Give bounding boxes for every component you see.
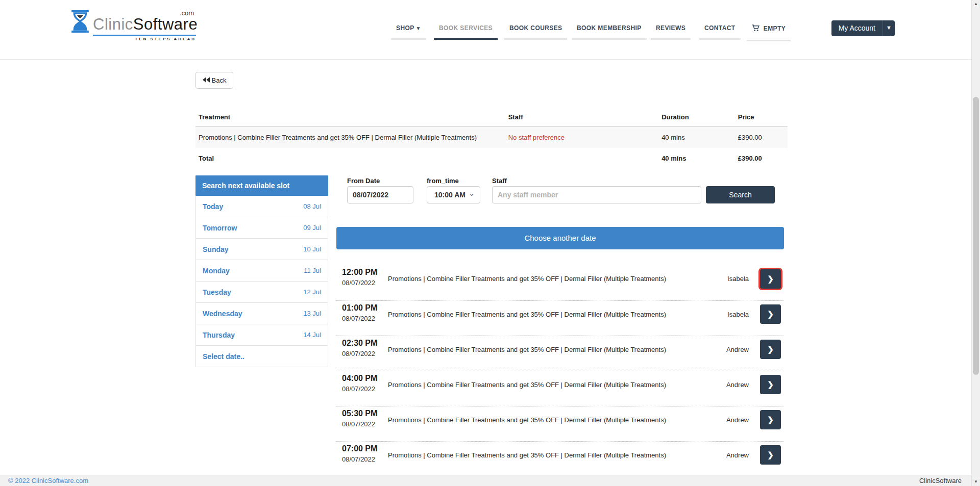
total-duration: 40 mins <box>658 148 735 168</box>
logo-underline <box>93 35 196 36</box>
chevron-right-icon: ❯ <box>767 274 774 283</box>
copyright-link[interactable]: © 2022 ClinicSoftware.com <box>8 477 88 484</box>
slot-treatment: Promotions | Combine Filler Treatments a… <box>388 275 700 283</box>
slot-time: 12:00 PM <box>342 268 388 277</box>
chevron-right-icon: ❯ <box>767 415 774 424</box>
clinicsoftware-logo[interactable]: ClinicSoftware .com TEN STEPS AHEAD <box>71 8 196 42</box>
footer: © 2022 ClinicSoftware.com ClinicSoftware <box>0 475 980 486</box>
nav-cart[interactable]: EMPTY <box>747 24 791 41</box>
back-label: Back <box>212 76 227 84</box>
hourglass-logo-icon <box>71 10 89 35</box>
rewind-icon <box>203 76 210 84</box>
chevron-down-icon: ▼ <box>416 25 421 31</box>
order-total-row: Total 40 mins £390.00 <box>195 148 788 168</box>
account-dropdown-toggle[interactable]: ▼ <box>883 20 895 36</box>
slot-row: 07:00 PM 08/07/2022 Promotions | Combine… <box>336 441 784 476</box>
slot-treatment: Promotions | Combine Filler Treatments a… <box>388 311 700 318</box>
sidebar-item-tuesday[interactable]: Tuesday 12 Jul <box>195 282 328 303</box>
book-slot-button[interactable]: ❯ <box>760 340 781 359</box>
slot-staff: Isabela <box>700 311 749 318</box>
from-date-label: From Date <box>347 177 380 185</box>
col-duration: Duration <box>658 113 735 126</box>
slot-treatment: Promotions | Combine Filler Treatments a… <box>388 381 700 389</box>
nav-shop[interactable]: SHOP▼ <box>391 24 426 40</box>
book-slot-button[interactable]: ❯ <box>760 304 781 324</box>
chevron-right-icon: ❯ <box>767 380 774 389</box>
logo-tld: .com <box>180 9 194 17</box>
book-slot-button[interactable]: ❯ <box>760 375 781 394</box>
from-date-input[interactable] <box>347 186 413 203</box>
slot-staff: Andrew <box>700 346 749 353</box>
logo-wordmark: ClinicSoftware <box>93 15 198 34</box>
slot-treatment: Promotions | Combine Filler Treatments a… <box>388 346 700 353</box>
nav-book-membership[interactable]: BOOK MEMBERSHIP <box>572 24 647 40</box>
scrollbar-thumb[interactable] <box>973 97 979 375</box>
chevron-down-icon: ⌄ <box>469 189 475 197</box>
sidebar-item-sunday[interactable]: Sunday 10 Jul <box>195 239 328 260</box>
order-row: Promotions | Combine Filler Treatments a… <box>195 126 788 148</box>
choose-another-date-button[interactable]: Choose another date <box>336 227 784 249</box>
order-price: £390.00 <box>735 126 788 148</box>
book-slot-button[interactable]: ❯ <box>760 269 781 289</box>
slot-staff: Isabela <box>700 275 749 283</box>
slot-date: 08/07/2022 <box>342 455 388 463</box>
slot-staff: Andrew <box>700 416 749 424</box>
from-time-label: from_time <box>427 177 459 185</box>
slot-date: 08/07/2022 <box>342 420 388 428</box>
staff-label: Staff <box>492 177 507 185</box>
sidebar-item-select-date[interactable]: Select date.. <box>195 346 328 367</box>
slot-treatment: Promotions | Combine Filler Treatments a… <box>388 416 700 424</box>
slot-row: 05:30 PM 08/07/2022 Promotions | Combine… <box>336 406 784 441</box>
slot-date: 08/07/2022 <box>342 279 388 287</box>
my-account-label[interactable]: My Account <box>831 20 883 36</box>
search-button[interactable]: Search <box>706 186 775 203</box>
nav-reviews[interactable]: REVIEWS <box>651 24 691 40</box>
slot-date: 08/07/2022 <box>342 315 388 322</box>
slot-time: 04:00 PM <box>342 374 388 383</box>
cart-icon <box>752 26 762 33</box>
logo-tagline: TEN STEPS AHEAD <box>135 37 196 41</box>
book-slot-button[interactable]: ❯ <box>760 445 781 465</box>
header: ClinicSoftware .com TEN STEPS AHEAD SHOP… <box>0 0 980 60</box>
slot-staff: Andrew <box>700 451 749 459</box>
scroll-up-arrow-icon[interactable]: ▲ <box>972 0 980 8</box>
slot-row: 02:30 PM 08/07/2022 Promotions | Combine… <box>336 336 784 371</box>
col-treatment: Treatment <box>195 113 505 126</box>
col-price: Price <box>735 113 788 126</box>
slot-time: 05:30 PM <box>342 409 388 418</box>
staff-input[interactable] <box>492 186 701 203</box>
nav-contact[interactable]: CONTACT <box>699 24 741 40</box>
slot-row: 01:00 PM 08/07/2022 Promotions | Combine… <box>336 300 784 336</box>
from-time-select[interactable]: 10:00 AM ⌄ <box>427 186 480 203</box>
chevron-right-icon: ❯ <box>767 345 774 353</box>
sidebar-item-monday[interactable]: Monday 11 Jul <box>195 260 328 282</box>
nav-book-services[interactable]: BOOK SERVICES <box>434 24 498 40</box>
sidebar-item-today[interactable]: Today 08 Jul <box>195 196 328 217</box>
total-price: £390.00 <box>735 148 788 168</box>
order-duration: 40 mins <box>658 126 735 148</box>
sidebar-item-thursday[interactable]: Thursday 14 Jul <box>195 324 328 346</box>
order-treatment: Promotions | Combine Filler Treatments a… <box>195 126 505 148</box>
sidebar-item-wednesday[interactable]: Wednesday 13 Jul <box>195 303 328 324</box>
slot-time: 07:00 PM <box>342 444 388 453</box>
slot-staff: Andrew <box>700 381 749 389</box>
slot-treatment: Promotions | Combine Filler Treatments a… <box>388 451 700 459</box>
chevron-down-icon: ▼ <box>886 24 892 31</box>
vertical-scrollbar[interactable]: ▲ ▼ <box>971 0 980 486</box>
slot-panel-title: Search next available slot <box>195 175 328 196</box>
back-button[interactable]: Back <box>195 72 233 89</box>
slot-row: 04:00 PM 08/07/2022 Promotions | Combine… <box>336 371 784 406</box>
slot-row: 12:00 PM 08/07/2022 Promotions | Combine… <box>336 265 784 300</box>
available-slots-list: 12:00 PM 08/07/2022 Promotions | Combine… <box>336 265 784 476</box>
order-table-header-row: Treatment Staff Duration Price <box>195 113 788 126</box>
scroll-down-arrow-icon[interactable]: ▼ <box>972 478 980 486</box>
slot-time: 01:00 PM <box>342 303 388 313</box>
my-account-button[interactable]: My Account ▼ <box>831 20 895 36</box>
next-available-slot-panel: Search next available slot Today 08 Jul … <box>195 175 328 367</box>
slot-time: 02:30 PM <box>342 339 388 348</box>
sidebar-item-tomorrow[interactable]: Tomorrow 09 Jul <box>195 217 328 239</box>
book-slot-button[interactable]: ❯ <box>760 410 781 429</box>
nav-book-courses[interactable]: BOOK COURSES <box>504 24 567 40</box>
col-staff: Staff <box>505 113 658 126</box>
order-summary-table: Treatment Staff Duration Price Promotion… <box>195 113 788 168</box>
